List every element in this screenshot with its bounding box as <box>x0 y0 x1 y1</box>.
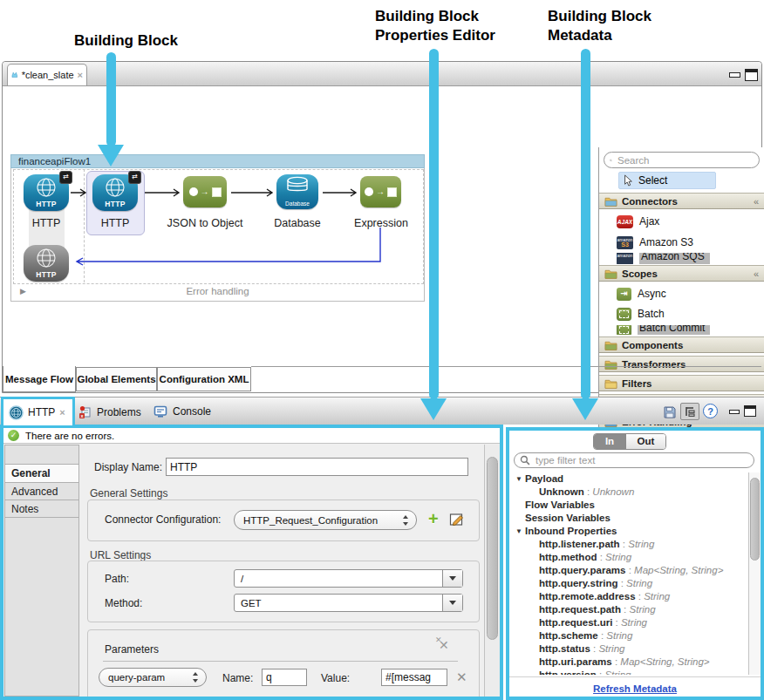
palette-section-scopes[interactable]: Scopes « <box>599 265 764 282</box>
toggle-in[interactable]: In <box>594 434 625 449</box>
tree-item[interactable]: Session Variables <box>511 512 748 525</box>
flow-block-json-to-object[interactable]: → <box>183 176 227 207</box>
param-type-dropdown[interactable]: query-param <box>99 668 207 687</box>
block-icon-label: HTTP <box>24 270 69 279</box>
expanded-caret-icon[interactable]: ▼ <box>515 525 522 538</box>
tree-item[interactable]: ▼Inbound Properties <box>511 525 748 538</box>
palette-item-label: Amazon S3 <box>639 236 693 248</box>
param-name-input[interactable] <box>262 669 307 686</box>
flow-canvas: HTTP ⇄ HTTP HTTP ⇄ HTTP → JSON to Object <box>10 168 425 302</box>
nav-tab-advanced[interactable]: Advanced <box>4 482 79 500</box>
path-label: Path: <box>105 573 129 585</box>
tab-close-icon[interactable]: × <box>59 407 65 418</box>
save-icon[interactable] <box>662 404 677 419</box>
add-config-icon[interactable]: + <box>428 512 439 526</box>
panel-maximize-icon[interactable] <box>744 405 756 417</box>
tree-item[interactable]: http.status : String <box>511 642 748 656</box>
connector-config-dropdown[interactable]: HTTP_Request_Configuration <box>234 510 417 530</box>
section-label: Scopes <box>622 268 749 279</box>
nav-tab-general[interactable]: General <box>4 464 79 483</box>
remove-param-row-icon[interactable]: ✕ <box>456 669 467 685</box>
tree-item[interactable]: http.request.path : String <box>511 603 748 616</box>
metadata-filter-box[interactable] <box>514 452 754 468</box>
method-combo[interactable]: GET <box>234 594 463 612</box>
tab-console[interactable]: Console <box>153 405 211 418</box>
edit-config-icon[interactable] <box>449 512 465 527</box>
tab-clean-slate[interactable]: *clean_slate × <box>7 64 87 85</box>
flow-block-http-source[interactable]: HTTP ⇄ <box>24 174 69 211</box>
palette-section-components[interactable]: Components <box>599 336 764 353</box>
dropdown-arrow-icon[interactable] <box>442 595 462 611</box>
window-maximize-icon[interactable] <box>745 69 758 81</box>
block-label: HTTP <box>24 217 69 229</box>
palette-item-amazon-sqs[interactable]: amazon ▼Amazon SQS <box>599 253 764 264</box>
tree-layout-icon[interactable] <box>680 403 699 420</box>
scrollbar-thumb[interactable] <box>750 478 760 561</box>
path-combo[interactable]: / <box>234 569 463 588</box>
panel-minimize-icon[interactable] <box>729 410 740 414</box>
batch-commit-icon <box>617 325 631 335</box>
flow-block-http-response[interactable]: HTTP <box>24 245 69 282</box>
tree-item[interactable]: ▼Payload <box>511 472 748 486</box>
window-minimize-icon[interactable] <box>729 72 740 78</box>
palette-item-amazon-s3[interactable]: amazonS3 Amazon S3 <box>599 233 764 252</box>
palette-section-filters[interactable]: Filters <box>599 375 764 391</box>
callout-arrowhead-metadata <box>572 398 598 420</box>
tab-close-icon[interactable]: × <box>78 70 83 80</box>
metadata-filter-input[interactable] <box>534 454 748 466</box>
toggle-out[interactable]: Out <box>625 434 665 449</box>
expanded-caret-icon[interactable]: ▼ <box>515 472 522 486</box>
palette-item-label: ▼Batch Commit <box>638 325 710 335</box>
tree-item[interactable]: Flow Variables <box>511 499 748 512</box>
tree-item[interactable]: Unknown : Unknown <box>511 486 748 499</box>
palette-item-batch-commit[interactable]: ▼Batch Commit <box>599 325 764 335</box>
metadata-scrollbar[interactable] <box>748 472 761 675</box>
palette-search-box[interactable] <box>604 152 760 168</box>
expand-caret-icon[interactable]: ▶ <box>20 287 26 296</box>
tab-message-flow[interactable]: Message Flow <box>3 366 76 392</box>
in-out-toggle[interactable]: In Out <box>593 433 666 450</box>
tab-configuration-xml[interactable]: Configuration XML <box>157 367 251 391</box>
palette-section-transformers[interactable]: Transformers <box>599 356 764 372</box>
tree-item[interactable]: http.uri.params : Map<String, String> <box>511 656 748 669</box>
nav-tab-notes[interactable]: Notes <box>4 500 79 518</box>
dropdown-arrow-icon[interactable] <box>442 570 462 587</box>
properties-scrollbar[interactable] <box>484 445 500 697</box>
tree-item[interactable]: http.query.string : String <box>511 577 748 590</box>
tab-label: Problems <box>97 406 141 418</box>
remove-parameters-icon[interactable]: ✕ ✕ <box>435 638 451 652</box>
error-handling-bar[interactable]: ▶ Error handling <box>13 282 422 299</box>
flow-block-http-selected[interactable]: HTTP ⇄ <box>92 174 138 211</box>
transform-target-icon <box>212 187 222 197</box>
display-name-input[interactable] <box>166 458 468 476</box>
method-value: GET <box>235 598 442 608</box>
flow-block-expression[interactable]: → <box>360 176 401 207</box>
palette-item-async[interactable]: ⇥ Async <box>599 284 764 303</box>
palette-item-label: Batch <box>638 308 665 320</box>
help-icon[interactable]: ? <box>703 404 718 418</box>
flow-title-bar[interactable]: financeapiFlow1 <box>10 154 425 168</box>
collapse-icon[interactable]: « <box>754 196 764 207</box>
tree-item[interactable]: http.request.uri : String <box>511 616 748 629</box>
palette-select-tool[interactable]: Select <box>618 172 716 189</box>
palette-search-input[interactable] <box>616 154 754 167</box>
palette-section-connectors[interactable]: Connectors « <box>599 193 764 209</box>
metadata-panel: In Out ▼Payload Unknown : Unknown Flow V… <box>506 427 764 700</box>
tab-problems[interactable]: x Problems <box>78 405 141 418</box>
tab-http-properties[interactable]: HTTP × <box>1 397 75 428</box>
tree-item[interactable]: http.listener.path : String <box>511 538 748 551</box>
tree-item[interactable]: http.method : String <box>511 551 748 564</box>
transform-source-icon <box>365 187 373 196</box>
tree-item[interactable]: http.remote.address : String <box>511 590 748 603</box>
tab-global-elements[interactable]: Global Elements <box>76 367 157 391</box>
param-value-input[interactable] <box>381 669 447 686</box>
flow-block-database[interactable]: Database <box>276 174 318 209</box>
palette-item-batch[interactable]: Batch <box>599 304 764 323</box>
tree-item[interactable]: http.version : String <box>511 669 748 675</box>
tree-item[interactable]: http.scheme : String <box>511 629 748 642</box>
scrollbar-thumb[interactable] <box>487 457 498 640</box>
refresh-metadata-link[interactable]: Refresh Metadata <box>509 683 761 694</box>
palette-item-ajax[interactable]: AJAX Ajax <box>599 212 764 231</box>
tree-item[interactable]: http.query.params : Map<String, String> <box>511 564 748 577</box>
collapse-icon[interactable]: « <box>754 268 764 279</box>
